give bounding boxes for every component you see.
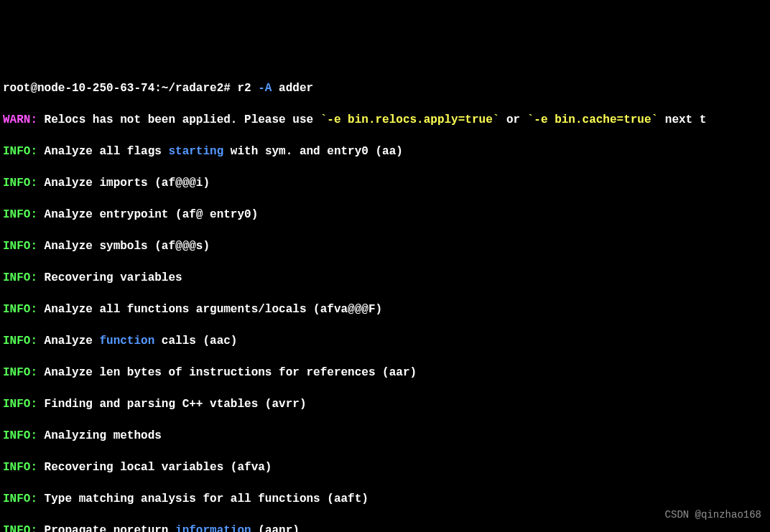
info-line: INFO: Recovering local variables (afva) — [3, 459, 767, 475]
shell-prompt-line: root@node-10-250-63-74:~/radare2# r2 -A … — [3, 80, 767, 96]
keyword-information: information — [175, 524, 251, 532]
info-text: Analyze symbols (af@@@s) — [37, 240, 210, 253]
info-label: INFO: — [3, 398, 37, 411]
info-text: Propagate noreturn — [37, 524, 175, 532]
shell-path: :~/radare2# — [154, 82, 237, 95]
info-label: INFO: — [3, 271, 37, 284]
info-label: INFO: — [3, 429, 37, 442]
info-text: Analyze imports (af@@@i) — [37, 177, 210, 190]
info-text: Analyze entrypoint (af@ entry0) — [37, 208, 258, 221]
info-label: INFO: — [3, 303, 37, 316]
keyword-starting: starting — [168, 145, 223, 158]
info-line: INFO: Analyze len bytes of instructions … — [3, 365, 767, 381]
info-text: Analyze all functions arguments/locals (… — [37, 303, 382, 316]
info-line: INFO: Type matching analysis for all fun… — [3, 491, 767, 507]
info-label: INFO: — [3, 461, 37, 474]
info-line: INFO: Analyze entrypoint (af@ entry0) — [3, 207, 767, 223]
info-text: Recovering local variables (afva) — [37, 461, 272, 474]
warn-code: `-e bin.cache=true` — [527, 113, 658, 126]
keyword-function: function — [99, 335, 154, 347]
cmd-prefix: r2 — [237, 82, 258, 95]
warn-label: WARN: — [3, 113, 37, 126]
info-label: INFO: — [3, 240, 37, 253]
info-label: INFO: — [3, 177, 37, 190]
info-text: Recovering variables — [37, 271, 182, 284]
info-label: INFO: — [3, 145, 37, 158]
info-line: INFO: Analyze all flags starting with sy… — [3, 144, 767, 159]
info-text: with sym. and entry0 (aa) — [223, 145, 403, 158]
info-line: INFO: Finding and parsing C++ vtables (a… — [3, 396, 767, 412]
warn-text: or — [499, 113, 527, 126]
info-line: INFO: Propagate noreturn information (aa… — [3, 523, 767, 532]
info-label: INFO: — [3, 524, 37, 532]
info-text: Analyze len bytes of instructions for re… — [37, 366, 417, 379]
watermark: CSDN @qinzhao168 — [665, 507, 761, 523]
info-text: Analyzing methods — [37, 429, 162, 442]
info-line: INFO: Analyze symbols (af@@@s) — [3, 238, 767, 254]
info-line: INFO: Analyze imports (af@@@i) — [3, 175, 767, 191]
warn-line: WARN: Relocs has not been applied. Pleas… — [3, 112, 767, 128]
info-line: INFO: Analyze function calls (aac) — [3, 333, 767, 349]
cmd-suffix: adder — [272, 82, 313, 95]
info-label: INFO: — [3, 208, 37, 221]
terminal-output[interactable]: root@node-10-250-63-74:~/radare2# r2 -A … — [3, 65, 767, 532]
warn-code: `-e bin.relocs.apply=true` — [320, 113, 500, 126]
info-line: INFO: Analyzing methods — [3, 428, 767, 444]
info-text: Finding and parsing C++ vtables (avrr) — [37, 398, 306, 411]
info-label: INFO: — [3, 335, 37, 347]
cmd-flag: -A — [258, 82, 272, 95]
info-line: INFO: Recovering variables — [3, 270, 767, 286]
warn-text: next t — [658, 113, 706, 126]
warn-text: Relocs has not been applied. Please use — [37, 113, 320, 126]
info-text: Analyze — [37, 335, 99, 347]
info-label: INFO: — [3, 493, 37, 505]
info-line: INFO: Analyze all functions arguments/lo… — [3, 302, 767, 317]
info-text: Analyze all flags — [37, 145, 168, 158]
shell-user-host: root@node-10-250-63-74 — [3, 82, 154, 95]
info-text: (aanr) — [251, 524, 300, 532]
info-label: INFO: — [3, 366, 37, 379]
info-text: calls (aac) — [154, 335, 237, 347]
info-text: Type matching analysis for all functions… — [37, 493, 368, 505]
